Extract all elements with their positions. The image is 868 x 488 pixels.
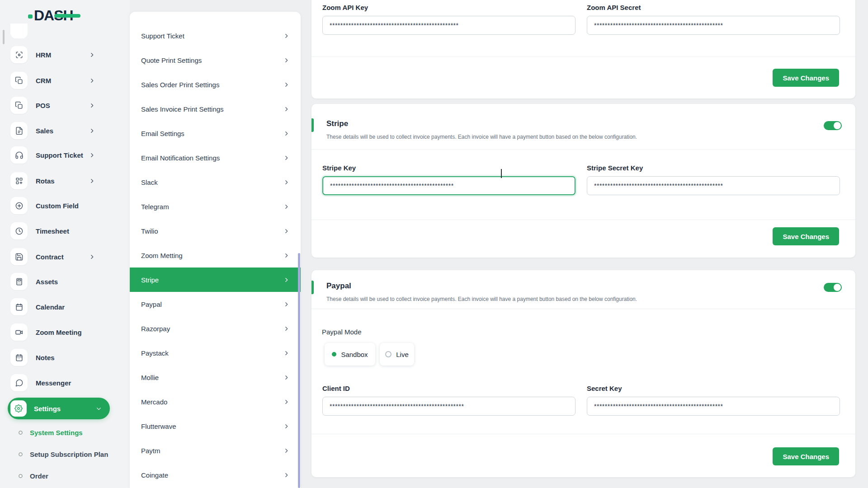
sidebar-item-assets[interactable]: Assets	[0, 269, 118, 294]
logo-dash-icon	[54, 14, 80, 18]
plus-circle-icon	[10, 197, 28, 214]
zoom-api-secret-input[interactable]	[587, 16, 840, 35]
sidebar-item-label: Timesheet	[36, 227, 69, 235]
menu-item-zoom-metting[interactable]: Zoom Metting	[130, 243, 301, 267]
menu-item-label: Razorpay	[141, 325, 170, 333]
paypal-card: Paypal These details will be used to col…	[311, 270, 855, 477]
sidebar-item-label: POS	[36, 102, 50, 109]
sidebar-item-messenger[interactable]: Messenger	[0, 370, 118, 395]
zoom-api-key-field: Zoom API Key	[322, 4, 576, 35]
menu-item-paytm[interactable]: Paytm	[130, 438, 301, 463]
chevron-right-icon	[89, 103, 95, 108]
menu-item-razorpay[interactable]: Razorpay	[130, 316, 301, 341]
chevron-right-icon	[283, 399, 289, 405]
sidebar-subitem-system-settings[interactable]: System Settings	[0, 426, 118, 439]
zoom-settings-card: Zoom API Key Zoom API Secret Save Change…	[311, 0, 855, 99]
calculator-icon	[10, 273, 28, 290]
menu-item-telegram[interactable]: Telegram	[130, 194, 301, 219]
stripe-card-title: Stripe	[326, 119, 348, 128]
sidebar-subitem-setup-subscription-plan[interactable]: Setup Subscription Plan	[0, 447, 118, 461]
app-logo[interactable]: DASH	[28, 8, 73, 23]
clock-icon	[10, 222, 28, 239]
chevron-right-icon	[283, 350, 289, 356]
sidebar-item-label: Custom Field	[36, 202, 79, 210]
stripe-toggle[interactable]	[824, 121, 842, 130]
zoom-api-key-input[interactable]	[322, 16, 576, 35]
save-changes-button[interactable]: Save Changes	[773, 227, 839, 245]
bullet-icon	[19, 431, 23, 435]
sidebar-item-custom-field[interactable]: Custom Field	[0, 193, 118, 218]
paypal-card-description: These details will be used to collect in…	[326, 296, 637, 302]
menu-scrollbar-thumb[interactable]	[298, 253, 300, 488]
save-changes-button[interactable]: Save Changes	[773, 69, 839, 87]
chevron-right-icon	[283, 277, 289, 283]
menu-item-mercado[interactable]: Mercado	[130, 389, 301, 414]
sidebar-item-support-ticket[interactable]: Support Ticket	[0, 142, 118, 168]
radio-live[interactable]: Live	[380, 343, 414, 366]
sidebar-item-rotas[interactable]: Rotas	[0, 168, 118, 193]
menu-item-mollie[interactable]: Mollie	[130, 365, 301, 389]
sidebar-item-partial[interactable]	[10, 23, 28, 38]
hrm-icon	[10, 46, 28, 63]
menu-item-slack[interactable]: Slack	[130, 170, 301, 194]
menu-item-support-ticket[interactable]: Support Ticket	[130, 23, 301, 48]
chevron-right-icon	[89, 152, 95, 158]
menu-item-label: Stripe	[141, 276, 159, 284]
save-icon	[10, 248, 28, 265]
settings-menu-panel: Support Ticket Quote Print Settings Sale…	[130, 12, 301, 488]
paypal-toggle[interactable]	[824, 283, 842, 292]
menu-item-quote-print-settings[interactable]: Quote Print Settings	[130, 48, 301, 72]
chevron-right-icon	[283, 301, 289, 307]
chevron-right-icon	[283, 131, 289, 136]
menu-item-label: Mollie	[141, 374, 159, 381]
sidebar: DASH HRM CRM POS Sales Support Ticket Ro…	[0, 0, 130, 488]
chevron-right-icon	[89, 178, 95, 184]
sidebar-item-notes[interactable]: Notes	[0, 345, 118, 370]
sidebar-item-crm[interactable]: CRM	[0, 68, 118, 93]
chevron-right-icon	[283, 326, 289, 332]
menu-item-label: Coingate	[141, 471, 168, 479]
sidebar-item-timesheet[interactable]: Timesheet	[0, 218, 118, 244]
menu-item-email-notification-settings[interactable]: Email Notification Settings	[130, 145, 301, 170]
grid-plus-icon	[10, 172, 28, 189]
bullet-icon	[19, 452, 23, 456]
save-changes-button[interactable]: Save Changes	[773, 447, 839, 465]
pos-icon	[10, 97, 28, 114]
menu-item-paypal[interactable]: Paypal	[130, 292, 301, 316]
accent-bar	[311, 281, 314, 294]
radio-sandbox[interactable]: Sandbox	[325, 343, 375, 366]
menu-item-sales-invoice-print-settings[interactable]: Sales Invoice Print Settings	[130, 97, 301, 121]
sidebar-subitem-label: Order	[30, 472, 48, 480]
menu-item-paystack[interactable]: Paystack	[130, 341, 301, 365]
menu-item-email-settings[interactable]: Email Settings	[130, 121, 301, 145]
logo-text: DASH	[34, 8, 73, 23]
menu-item-flutterwave[interactable]: Flutterwave	[130, 414, 301, 438]
sidebar-item-contract[interactable]: Contract	[0, 244, 118, 269]
menu-item-label: Flutterwave	[141, 422, 176, 430]
chevron-right-icon	[283, 253, 289, 258]
paypal-mode-radio-group: Sandbox Live	[325, 343, 414, 366]
radio-unchecked-icon	[385, 351, 392, 357]
stripe-key-input[interactable]	[322, 176, 576, 195]
menu-item-stripe[interactable]: Stripe	[130, 267, 301, 292]
menu-item-twilio[interactable]: Twilio	[130, 219, 301, 243]
sidebar-item-label: Messenger	[36, 379, 71, 387]
zoom-api-secret-field: Zoom API Secret	[587, 4, 840, 35]
sidebar-item-settings[interactable]: Settings	[8, 398, 110, 419]
menu-item-sales-order-print-settings[interactable]: Sales Order Print Settings	[130, 72, 301, 97]
sidebar-item-sales[interactable]: Sales	[0, 118, 118, 143]
menu-item-label: Quote Print Settings	[141, 56, 202, 64]
sidebar-item-calendar[interactable]: Calendar	[0, 294, 118, 319]
sidebar-item-label: HRM	[36, 51, 51, 59]
sidebar-item-zoom-meeting[interactable]: Zoom Meeting	[0, 319, 118, 345]
field-label: Secret Key	[587, 385, 840, 392]
menu-item-coingate[interactable]: Coingate	[130, 463, 301, 487]
sidebar-item-hrm[interactable]: HRM	[0, 42, 118, 67]
sidebar-subitem-order[interactable]: Order	[0, 469, 118, 483]
sidebar-item-label: Support Ticket	[36, 151, 83, 159]
secret-key-input[interactable]	[587, 397, 840, 416]
field-label: Client ID	[322, 385, 576, 392]
sidebar-item-pos[interactable]: POS	[0, 93, 118, 118]
client-id-input[interactable]	[322, 397, 576, 416]
stripe-secret-key-input[interactable]	[587, 176, 840, 195]
